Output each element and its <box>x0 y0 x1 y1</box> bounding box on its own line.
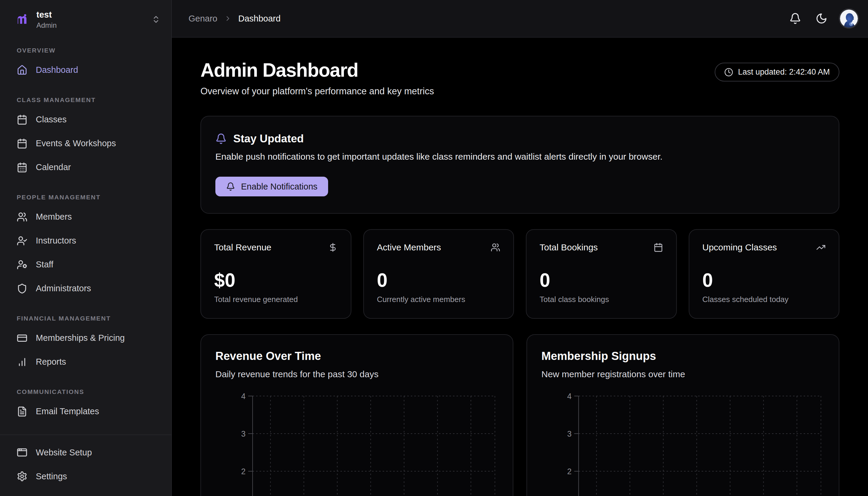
chart-subtitle: Daily revenue trends for the past 30 day… <box>215 369 498 379</box>
avatar-image <box>840 10 858 28</box>
sidebar-item-dashboard[interactable]: Dashboard <box>12 58 159 82</box>
svg-text:4: 4 <box>241 392 245 401</box>
page-title: Admin Dashboard <box>200 59 434 81</box>
main-column: Genaro Dashboard <box>172 0 868 496</box>
page-header-text: Admin Dashboard Overview of your platfor… <box>200 59 434 97</box>
notification-banner: Stay Updated Enable push notifications t… <box>200 116 839 214</box>
banner-header: Stay Updated <box>215 133 824 145</box>
users-icon <box>491 243 500 252</box>
sidebar-item-label: Calendar <box>36 162 71 172</box>
chart-plot: 432 <box>215 387 498 496</box>
notifications-button[interactable] <box>786 10 804 28</box>
dollar-sign-icon <box>328 243 338 252</box>
sidebar-item-label: Members <box>36 212 72 222</box>
user-avatar[interactable] <box>839 9 859 29</box>
bell-icon <box>789 13 801 25</box>
workspace-meta: test Admin <box>36 10 144 30</box>
bar-chart-icon <box>17 357 28 367</box>
enable-notifications-button[interactable]: Enable Notifications <box>215 177 328 196</box>
sidebar-item-events-and-workshops[interactable]: Events & Workshops <box>12 131 159 155</box>
sidebar-item-classes[interactable]: Classes <box>12 108 159 131</box>
workspace-switcher[interactable]: test Admin <box>0 0 171 38</box>
workspace-role: Admin <box>36 21 144 30</box>
sidebar-item-settings[interactable]: Settings <box>12 464 159 488</box>
stat-card-header: Total Bookings <box>540 242 663 252</box>
stat-card-header: Upcoming Classes <box>703 242 826 252</box>
chart-title: Membership Signups <box>541 350 824 362</box>
trending-up-icon <box>816 243 826 252</box>
sidebar-item-label: Administrators <box>36 283 91 293</box>
workspace-name: test <box>36 10 144 20</box>
calendar-icon <box>17 114 28 125</box>
sidebar-item-instructors[interactable]: Instructors <box>12 229 159 253</box>
sidebar-item-label: Classes <box>36 114 66 124</box>
sidebar-nav: OVERVIEWDashboardCLASS MANAGEMENTClasses… <box>0 38 171 435</box>
banner-description: Enable push notifications to get importa… <box>215 152 824 162</box>
breadcrumb-root[interactable]: Genaro <box>189 14 218 24</box>
file-text-icon <box>17 406 28 417</box>
sidebar-item-label: Website Setup <box>36 448 92 458</box>
sidebar-item-calendar[interactable]: Calendar <box>12 155 159 180</box>
credit-card-icon <box>17 333 28 343</box>
sidebar-item-website-setup[interactable]: Website Setup <box>12 440 159 464</box>
stat-caption: Total revenue generated <box>214 295 338 304</box>
sidebar: test Admin OVERVIEWDashboardCLASS MANAGE… <box>0 0 172 496</box>
charts-grid: Revenue Over TimeDaily revenue trends fo… <box>200 334 839 496</box>
sidebar-item-staff[interactable]: Staff <box>12 253 159 277</box>
user-check-icon <box>17 235 28 246</box>
chart-plot: 432 <box>541 387 824 496</box>
sidebar-item-label: Reports <box>36 357 66 367</box>
sidebar-item-reports[interactable]: Reports <box>12 350 159 374</box>
page-subtitle: Overview of your platform's performance … <box>200 86 434 97</box>
users-icon <box>17 212 28 222</box>
theme-toggle-button[interactable] <box>813 10 831 28</box>
stat-title: Total Bookings <box>540 242 598 252</box>
svg-text:4: 4 <box>567 392 572 401</box>
app-window-icon <box>17 447 28 458</box>
enable-notifications-label: Enable Notifications <box>241 182 317 191</box>
breadcrumb-current: Dashboard <box>238 14 281 24</box>
moon-icon <box>816 13 827 25</box>
breadcrumb: Genaro Dashboard <box>189 14 281 24</box>
stat-card-header: Active Members <box>377 242 500 252</box>
sidebar-item-administrators[interactable]: Administrators <box>12 277 159 300</box>
stat-value: 0 <box>540 269 663 291</box>
sidebar-section-label: FINANCIAL MANAGEMENT <box>12 315 159 322</box>
page-header: Admin Dashboard Overview of your platfor… <box>200 59 839 97</box>
chevron-right-icon <box>224 15 232 22</box>
sidebar-item-memberships-and-pricing[interactable]: Memberships & Pricing <box>12 326 159 350</box>
chart-subtitle: New member registrations over time <box>541 369 824 379</box>
svg-text:2: 2 <box>241 467 245 476</box>
stat-card-total-revenue: Total Revenue$0Total revenue generated <box>200 229 351 319</box>
last-updated-badge: Last updated: 2:42:40 AM <box>715 63 839 81</box>
app-logo <box>16 13 29 26</box>
chevrons-up-down-icon <box>151 15 160 24</box>
sidebar-item-label: Instructors <box>36 236 76 246</box>
stat-value: $0 <box>214 269 338 291</box>
sidebar-footer: Website SetupSettings <box>0 435 171 496</box>
topbar: Genaro Dashboard <box>172 0 868 37</box>
chart-card-membership-signups: Membership SignupsNew member registratio… <box>527 334 839 496</box>
calendar-icon <box>17 138 28 149</box>
last-updated-text: Last updated: 2:42:40 AM <box>738 67 830 77</box>
stat-caption: Classes scheduled today <box>703 295 826 304</box>
stat-value: 0 <box>377 269 500 291</box>
sidebar-item-members[interactable]: Members <box>12 205 159 229</box>
user-cog-icon <box>17 259 28 270</box>
bell-icon <box>215 133 227 144</box>
sidebar-section-label: PEOPLE MANAGEMENT <box>12 194 159 201</box>
bell-icon <box>226 182 235 191</box>
sidebar-item-label: Staff <box>36 260 53 269</box>
chart-title: Revenue Over Time <box>215 350 498 362</box>
stat-caption: Total class bookings <box>540 295 663 304</box>
stat-card-upcoming-classes: Upcoming Classes0Classes scheduled today <box>689 229 840 319</box>
sidebar-item-email-templates[interactable]: Email Templates <box>12 400 159 423</box>
stat-title: Total Revenue <box>214 242 271 252</box>
settings-icon <box>17 471 28 482</box>
house-icon <box>17 65 28 76</box>
sidebar-section-label: OVERVIEW <box>12 47 159 54</box>
sidebar-item-label: Memberships & Pricing <box>36 333 125 343</box>
topbar-actions <box>786 9 859 29</box>
sidebar-item-label: Settings <box>36 471 67 481</box>
clock-icon <box>724 68 733 77</box>
